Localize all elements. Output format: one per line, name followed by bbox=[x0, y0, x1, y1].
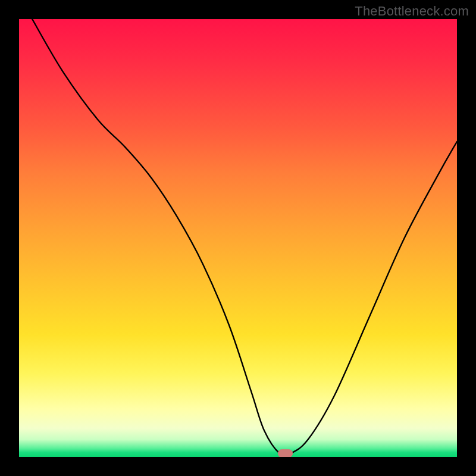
plot-area bbox=[19, 19, 457, 457]
curve-overlay bbox=[19, 19, 457, 457]
bottleneck-curve bbox=[32, 19, 457, 456]
watermark-text: TheBottleneck.com bbox=[355, 4, 469, 19]
min-marker bbox=[278, 450, 292, 457]
chart-container: TheBottleneck.com bbox=[0, 0, 476, 476]
